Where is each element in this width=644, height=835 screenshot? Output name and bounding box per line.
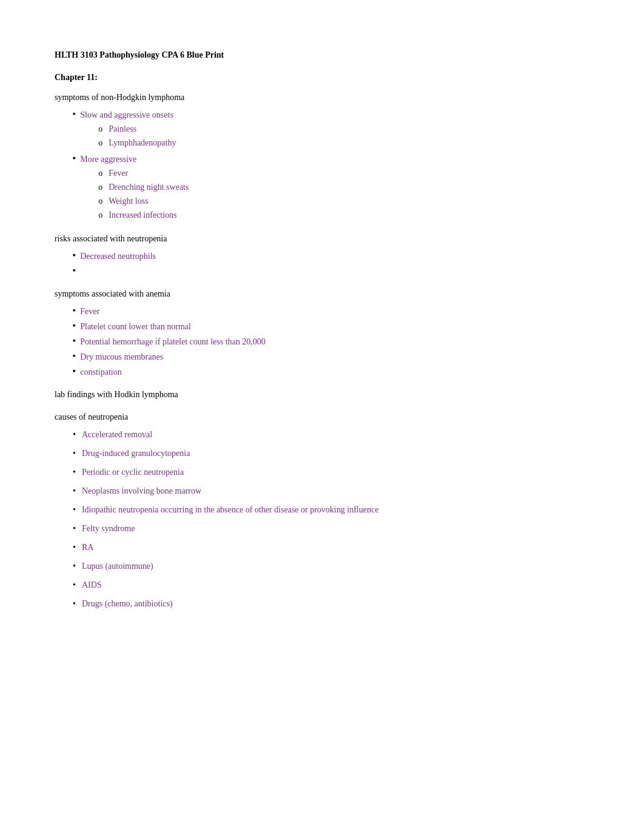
drug-induced-text: Drug-induced granulocytopenia xyxy=(82,447,190,460)
cause-item-drug-induced: Drug-induced granulocytopenia xyxy=(73,447,589,460)
accelerated-removal-text: Accelerated removal xyxy=(82,428,152,441)
neutropenia-risks-list: Decreased neutrophils xyxy=(73,250,589,278)
cause-item-periodic: Periodic or cyclic neutropenia xyxy=(73,466,589,478)
aggressive-sublist: Fever Drenching night sweats Weight loss… xyxy=(98,167,189,221)
section-heading-lab: lab findings with Hodkin lymphoma xyxy=(55,388,589,401)
subitem-weight-loss: Weight loss xyxy=(98,195,189,207)
section-heading-neutropenia-risks: risks associated with neutropenia xyxy=(55,232,589,245)
nhl-list: Slow and aggressive onsets Painless Lymp… xyxy=(73,109,589,223)
neoplasms-text: Neoplasms involving bone marrow xyxy=(82,485,201,497)
section-heading-nhl: symptoms of non-Hodgkin lymphoma xyxy=(55,91,589,104)
section-heading-causes: causes of neutropenia xyxy=(55,411,589,423)
subitem-infections: Increased infections xyxy=(98,209,189,221)
chapter-heading: Chapter 11: xyxy=(55,71,589,84)
cause-item-felty: Felty syndrome xyxy=(73,522,589,535)
cause-item-lupus: Lupus (autoimmune) xyxy=(73,560,589,572)
section-heading-anemia: symptoms associated with anemia xyxy=(55,287,589,300)
mucous-text: Dry mucous membranes xyxy=(80,350,163,363)
anemia-item-fever: Fever xyxy=(73,305,589,318)
anemia-item-platelet-count: Platelet count lower than normal xyxy=(73,320,589,333)
anemia-list: Fever Platelet count lower than normal P… xyxy=(73,305,589,378)
section-neutropenia-risks: risks associated with neutropenia Decrea… xyxy=(55,232,589,278)
cause-item-neoplasms: Neoplasms involving bone marrow xyxy=(73,485,589,497)
section-nhl: symptoms of non-Hodgkin lymphoma Slow an… xyxy=(55,91,589,223)
section-anemia: symptoms associated with anemia Fever Pl… xyxy=(55,287,589,378)
anemia-item-mucous: Dry mucous membranes xyxy=(73,350,589,363)
constipation-text: constipation xyxy=(80,366,121,378)
periodic-text: Periodic or cyclic neutropenia xyxy=(82,466,184,478)
slow-aggressive-text: Slow and aggressive onsets xyxy=(80,110,173,119)
section-causes-neutropenia: causes of neutropenia Accelerated remova… xyxy=(55,411,589,610)
cause-item-ra: RA xyxy=(73,541,589,554)
anemia-item-hemorrhage: Potential hemorrhage if platelet count l… xyxy=(73,335,589,348)
subitem-painless: Painless xyxy=(98,122,176,135)
idiopathic-text: Idiopathic neutropenia occurring in the … xyxy=(82,503,378,516)
cause-item-accelerated: Accelerated removal xyxy=(73,428,589,441)
page-title: HLTH 3103 Pathophysiology CPA 6 Blue Pri… xyxy=(55,49,589,61)
drugs-text: Drugs (chemo, antibiotics) xyxy=(82,597,173,610)
more-aggressive-text: More aggressive xyxy=(80,155,136,164)
hemorrhage-text: Potential hemorrhage if platelet count l… xyxy=(80,335,266,348)
ra-text: RA xyxy=(82,541,93,554)
cause-item-drugs: Drugs (chemo, antibiotics) xyxy=(73,597,589,610)
anemia-item-constipation: constipation xyxy=(73,366,589,378)
list-item-slow: Slow and aggressive onsets Painless Lymp… xyxy=(73,109,589,150)
lupus-text: Lupus (autoimmune) xyxy=(82,560,153,572)
decreased-neutrophils-text: Decreased neutrophils xyxy=(80,250,156,263)
causes-list: Accelerated removal Drug-induced granulo… xyxy=(73,428,589,610)
cause-item-idiopathic: Idiopathic neutropenia occurring in the … xyxy=(73,503,589,516)
aids-text: AIDS xyxy=(82,578,102,591)
slow-sublist: Painless Lymphhadenopathy xyxy=(98,122,176,149)
cause-item-aids: AIDS xyxy=(73,578,589,591)
subitem-lymphhadenopathy: Lymphhadenopathy xyxy=(98,136,176,149)
list-item-empty xyxy=(73,265,589,278)
felty-text: Felty syndrome xyxy=(82,522,135,535)
platelet-count-text: Platelet count lower than normal xyxy=(80,320,191,333)
subitem-fever-1: Fever xyxy=(98,167,189,179)
anemia-fever-text: Fever xyxy=(80,305,99,318)
list-item-more-aggressive: More aggressive Fever Drenching night sw… xyxy=(73,153,589,223)
subitem-night-sweats: Drenching night sweats xyxy=(98,181,189,193)
section-lab-findings: lab findings with Hodkin lymphoma xyxy=(55,388,589,401)
list-item-decreased-neutrophils: Decreased neutrophils xyxy=(73,250,589,263)
